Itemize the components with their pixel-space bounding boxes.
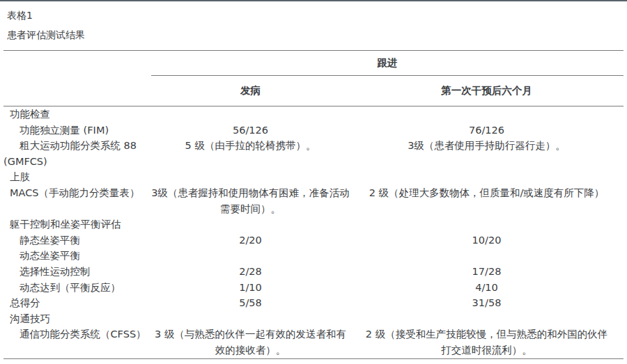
row-label: 动态坐姿平衡 xyxy=(3,248,151,264)
table-title: 患者评估测试结果 xyxy=(7,28,624,42)
onset-value: 5/58 xyxy=(151,295,350,311)
six-months-value: 3级（患者使用手持助行器行走）。 xyxy=(350,138,624,169)
row-dynamic-reach: 动态达到（平衡反应） 1/10 4/10 xyxy=(3,280,624,296)
onset-value xyxy=(151,216,350,232)
onset-value: 5 级（由手拉的轮椅携带）。 xyxy=(151,138,350,169)
row-trunk-balance: 躯干控制和坐姿平衡评估 xyxy=(3,216,624,232)
paper-table-page: 表格1 患者评估测试结果 跟进 发病 第一次干预后六个月 功能检查 功能独立测量… xyxy=(0,0,627,364)
six-months-value xyxy=(350,248,624,264)
six-months-value xyxy=(350,311,624,327)
row-upper-limb: 上肢 xyxy=(3,169,624,185)
six-months-value xyxy=(350,106,624,122)
six-months-value: 10/20 xyxy=(350,232,624,248)
row-label: 静态坐姿平衡 xyxy=(3,232,151,248)
header-spacer-cell xyxy=(3,51,151,76)
row-label: 动态达到（平衡反应） xyxy=(3,280,151,296)
row-total-score: 总得分 5/58 31/58 xyxy=(3,295,624,311)
six-months-value: 76/126 xyxy=(350,122,624,139)
onset-value: 56/126 xyxy=(151,122,350,139)
onset-value: 2/20 xyxy=(151,232,350,248)
row-static-sitting-balance: 静态坐姿平衡 2/20 10/20 xyxy=(3,232,624,248)
row-label: 沟通技巧 xyxy=(3,311,151,327)
row-selective-motor-control: 选择性运动控制 2/28 17/28 xyxy=(3,264,624,280)
table-label: 表格1 xyxy=(7,8,624,22)
row-label: 总得分 xyxy=(3,295,151,311)
row-dynamic-sitting-balance: 动态坐姿平衡 xyxy=(3,248,624,264)
column-header-six-months: 第一次干预后六个月 xyxy=(350,76,624,106)
row-cfss: 通信功能分类系统（CFSS） 3 级（与熟悉的伙伴一起有效的发送者和有效的接收者… xyxy=(3,326,624,358)
six-months-value xyxy=(350,169,624,185)
row-label: 躯干控制和坐姿平衡评估 xyxy=(3,216,151,232)
row-macs: MACS（手动能力分类量表） 3级（患者握持和使用物体有困难，准备活动需要时间）… xyxy=(3,185,624,216)
row-label: 功能独立测量 (FIM) xyxy=(3,122,151,139)
onset-value: 2/28 xyxy=(151,264,350,280)
row-label: 选择性运动控制 xyxy=(3,264,151,280)
six-months-value: 31/58 xyxy=(350,295,624,311)
onset-value: 3级（患者握持和使用物体有困难，准备活动需要时间）。 xyxy=(151,185,350,216)
onset-value: 1/10 xyxy=(151,280,350,296)
column-header-row: 发病 第一次干预后六个月 xyxy=(3,76,624,106)
six-months-value: 2 级（处理大多数物体，但质量和/或速度有所下降） xyxy=(350,185,624,216)
row-label: 通信功能分类系统（CFSS） xyxy=(3,326,151,358)
six-months-value xyxy=(350,216,624,232)
assessment-results-table: 跟进 发病 第一次干预后六个月 功能检查 功能独立测量 (FIM) 56/126… xyxy=(3,50,624,359)
six-months-value: 4/10 xyxy=(350,280,624,296)
six-months-value: 17/28 xyxy=(350,264,624,280)
row-label: MACS（手动能力分类量表） xyxy=(3,185,151,216)
row-functional-exam: 功能检查 xyxy=(3,106,624,122)
row-communication-skills: 沟通技巧 xyxy=(3,311,624,327)
row-label: 功能检查 xyxy=(3,106,151,122)
followup-spanner-header: 跟进 xyxy=(151,51,624,76)
column-header-onset: 发病 xyxy=(151,76,350,106)
row-label: 粗大运动功能分类系统 88 (GMFCS) xyxy=(3,138,151,169)
row-gmfcs: 粗大运动功能分类系统 88 (GMFCS) 5 级（由手拉的轮椅携带）。 3级（… xyxy=(3,138,624,169)
followup-header-row: 跟进 xyxy=(3,51,624,76)
row-label: 上肢 xyxy=(3,169,151,185)
onset-value: 3 级（与熟悉的伙伴一起有效的发送者和有效的接收者）。 xyxy=(151,326,350,358)
six-months-value: 2 级（接受和生产技能较慢，但与熟悉的和外国的伙伴打交道时很流利）。 xyxy=(350,326,624,358)
onset-value xyxy=(151,248,350,264)
header-spacer-cell xyxy=(3,76,151,106)
row-fim: 功能独立测量 (FIM) 56/126 76/126 xyxy=(3,122,624,139)
onset-value xyxy=(151,311,350,327)
onset-value xyxy=(151,106,350,122)
onset-value xyxy=(151,169,350,185)
